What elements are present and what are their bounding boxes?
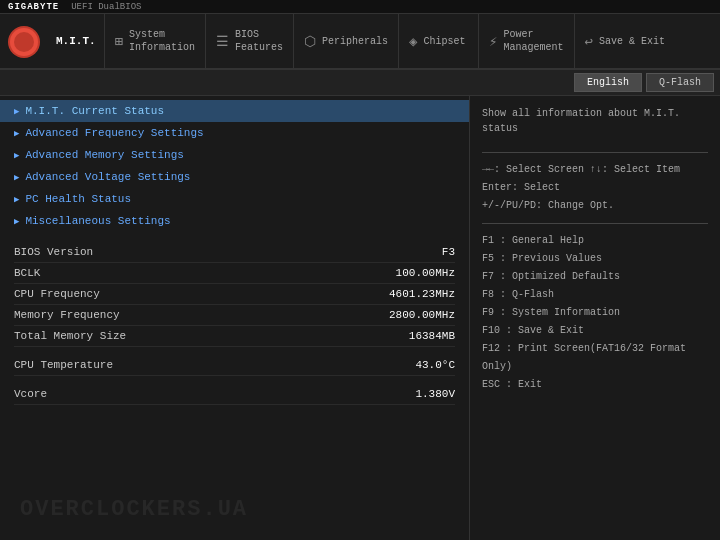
bios-features-text: BIOS Features [235,28,283,54]
cpu-temp-label: CPU Temperature [14,359,335,371]
menu-item-advanced-frequency[interactable]: ▶ Advanced Frequency Settings [0,122,469,144]
info-row-cpu-temp: CPU Temperature 43.0°C [14,355,455,376]
key-enter: Enter: Select [482,179,708,197]
key-change: +/-/PU/PD: Change Opt. [482,197,708,215]
left-panel: ▶ M.I.T. Current Status ▶ Advanced Frequ… [0,96,470,540]
key-esc: ESC : Exit [482,376,708,394]
right-panel: Show all information about M.I.T. status… [470,96,720,540]
info-row-bclk: BCLK 100.00MHz [14,263,455,284]
qflash-button[interactable]: Q-Flash [646,73,714,92]
info-row-cpu-freq: CPU Frequency 4601.23MHz [14,284,455,305]
chipset-icon: ◈ [409,33,417,50]
logo-dot [10,28,38,56]
info-row-bios-version: BIOS Version F3 [14,242,455,263]
total-mem-value: 16384MB [335,330,455,342]
key-f12: F12 : Print Screen(FAT16/32 Format Only) [482,340,708,376]
system-info-text: System Information [129,28,195,54]
vcore-label: Vcore [14,388,335,400]
arrow-icon: ▶ [14,194,19,205]
lang-bar: English Q-Flash [0,70,720,96]
nav-bios-features[interactable]: ☰ BIOS Features [205,14,293,68]
save-exit-icon: ↩ [585,33,593,50]
info-row-mem-freq: Memory Frequency 2800.00MHz [14,305,455,326]
key-f5: F5 : Previous Values [482,250,708,268]
power-icon: ⚡ [489,33,497,50]
mem-freq-label: Memory Frequency [14,309,335,321]
cpu-freq-value: 4601.23MHz [335,288,455,300]
arrow-icon: ▶ [14,106,19,117]
save-exit-text: Save & Exit [599,35,665,48]
key-divider2 [482,223,708,224]
menu-label-volt: Advanced Voltage Settings [25,171,190,183]
nav-power-management[interactable]: ⚡ Power Management [478,14,573,68]
menu-label-freq: Advanced Frequency Settings [25,127,203,139]
system-info-icon: ⊞ [115,33,123,50]
main-content: ▶ M.I.T. Current Status ▶ Advanced Frequ… [0,96,720,540]
cpu-freq-label: CPU Frequency [14,288,335,300]
bios-label: UEFI DualBIOS [71,2,141,12]
bclk-label: BCLK [14,267,335,279]
key-f9: F9 : System Information [482,304,708,322]
arrow-icon: ▶ [14,128,19,139]
menu-item-advanced-memory[interactable]: ▶ Advanced Memory Settings [0,144,469,166]
cpu-temp-value: 43.0°C [335,359,455,371]
bios-version-value: F3 [335,246,455,258]
bclk-value: 100.00MHz [335,267,455,279]
key-f8: F8 : Q-Flash [482,286,708,304]
nav-save-exit[interactable]: ↩ Save & Exit [574,14,675,68]
menu-label-mit: M.I.T. Current Status [25,105,164,117]
menu-item-mit-current-status[interactable]: ▶ M.I.T. Current Status [0,100,469,122]
vcore-value: 1.380V [335,388,455,400]
logo-circle [8,26,40,58]
nav-system-information[interactable]: ⊞ System Information [104,14,205,68]
brand-label: GIGABYTE [8,2,59,12]
key-f1: F1 : General Help [482,232,708,250]
info-section: BIOS Version F3 BCLK 100.00MHz CPU Frequ… [0,242,469,405]
mem-freq-value: 2800.00MHz [335,309,455,321]
key-divider [482,152,708,153]
arrow-icon: ▶ [14,172,19,183]
menu-label-misc: Miscellaneous Settings [25,215,170,227]
arrow-icon: ▶ [14,216,19,227]
key-f10: F10 : Save & Exit [482,322,708,340]
peripherals-text: Peripherals [322,35,388,48]
top-bar: GIGABYTE UEFI DualBIOS [0,0,720,14]
menu-item-pc-health[interactable]: ▶ PC Health Status [0,188,469,210]
peripherals-icon: ⬡ [304,33,316,50]
nav-bar: M.I.T. ⊞ System Information ☰ BIOS Featu… [0,14,720,70]
key-f7: F7 : Optimized Defaults [482,268,708,286]
menu-label-mem: Advanced Memory Settings [25,149,183,161]
nav-peripherals[interactable]: ⬡ Peripherals [293,14,398,68]
key-select-screen: →←: Select Screen ↑↓: Select Item [482,161,708,179]
menu-item-advanced-voltage[interactable]: ▶ Advanced Voltage Settings [0,166,469,188]
chipset-text: Chipset [424,35,466,48]
menu-item-miscellaneous[interactable]: ▶ Miscellaneous Settings [0,210,469,232]
menu-label-health: PC Health Status [25,193,131,205]
help-description: Show all information about M.I.T. status [482,106,708,136]
total-mem-label: Total Memory Size [14,330,335,342]
info-row-total-mem: Total Memory Size 16384MB [14,326,455,347]
logo-inner [14,32,34,52]
nav-chipset[interactable]: ◈ Chipset [398,14,478,68]
bios-version-label: BIOS Version [14,246,335,258]
english-button[interactable]: English [574,73,642,92]
info-row-vcore: Vcore 1.380V [14,384,455,405]
arrow-icon: ▶ [14,150,19,161]
bios-features-icon: ☰ [216,33,229,50]
power-text: Power Management [504,28,564,54]
nav-mit[interactable]: M.I.T. [48,14,104,68]
